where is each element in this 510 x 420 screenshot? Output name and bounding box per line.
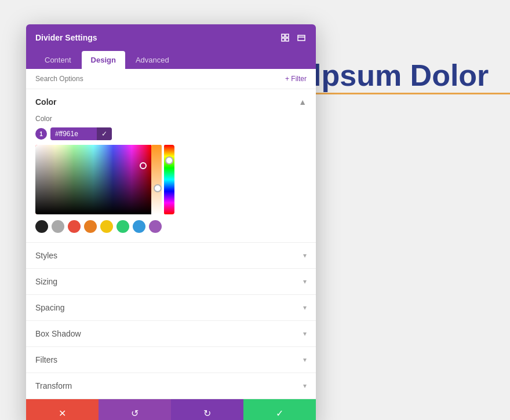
swatch-gray[interactable] [52, 220, 64, 233]
color-section-title: Color [35, 97, 57, 107]
gradient-main [35, 145, 151, 214]
styles-chevron-icon: ▾ [303, 251, 307, 260]
tab-content[interactable]: Content [35, 51, 81, 69]
tab-design[interactable]: Design [82, 51, 125, 69]
color-section-content: Color 1 ✓ [26, 115, 316, 242]
color-gradient-canvas[interactable] [35, 145, 174, 214]
search-input[interactable] [35, 75, 285, 83]
modal-footer: ✕ ↺ ↻ ✓ [26, 399, 316, 420]
sizing-section: Sizing ▾ [26, 269, 316, 295]
color-crosshair[interactable] [140, 162, 147, 169]
svg-rect-4 [298, 35, 305, 41]
hex-confirm-button[interactable]: ✓ [97, 127, 112, 140]
filters-section-header[interactable]: Filters ▾ [26, 347, 316, 372]
transform-chevron-icon: ▾ [303, 382, 307, 390]
swatch-red[interactable] [68, 220, 81, 233]
divider-settings-modal: Divider Settings Content Design Advanc [26, 24, 316, 420]
box-shadow-section-title: Box Shadow [35, 329, 81, 338]
color-field-label: Color [35, 115, 307, 123]
color-swatch-row [35, 220, 307, 233]
swatch-black[interactable] [35, 220, 48, 233]
header-icons [280, 32, 307, 43]
tab-advanced[interactable]: Advanced [126, 51, 178, 69]
box-shadow-section: Box Shadow ▾ [26, 321, 316, 347]
modal-title: Divider Settings [35, 33, 97, 42]
hex-input[interactable] [50, 127, 97, 140]
undo-button[interactable]: ↺ [99, 399, 171, 420]
sizing-chevron-icon: ▾ [303, 277, 307, 286]
tabs-bar: Content Design Advanced [26, 51, 316, 69]
sizing-section-title: Sizing [35, 277, 57, 286]
color-hex-row: 1 ✓ [35, 127, 307, 140]
filters-section-title: Filters [35, 355, 57, 364]
page-title: lpsum Dolor [313, 58, 489, 93]
svg-rect-0 [282, 34, 285, 37]
gradient-hue-strip [164, 145, 174, 214]
styles-section: Styles ▾ [26, 243, 316, 269]
swatch-orange[interactable] [84, 220, 97, 233]
styles-section-title: Styles [35, 251, 57, 260]
save-button[interactable]: ✓ [243, 399, 316, 420]
search-bar: + Filter [26, 69, 316, 89]
color-badge: 1 [35, 128, 47, 140]
spacing-section-header[interactable]: Spacing ▾ [26, 295, 316, 320]
transform-section-header[interactable]: Transform ▾ [26, 373, 316, 399]
expand-icon[interactable] [296, 32, 307, 43]
box-shadow-chevron-icon: ▾ [303, 330, 307, 338]
svg-rect-2 [282, 38, 285, 41]
filters-chevron-icon: ▾ [303, 356, 307, 364]
color-section: Color ▲ Color 1 ✓ [26, 89, 316, 243]
styles-section-header[interactable]: Styles ▾ [26, 243, 316, 268]
hex-input-wrapper: ✓ [50, 127, 112, 140]
swatch-green[interactable] [116, 220, 129, 233]
decorative-line [313, 93, 510, 94]
transform-section-title: Transform [35, 381, 72, 390]
swatch-yellow[interactable] [100, 220, 113, 233]
swatch-purple[interactable] [149, 220, 162, 233]
gradient-alpha-strip [151, 145, 162, 214]
svg-rect-3 [286, 38, 289, 41]
spacing-section-title: Spacing [35, 303, 65, 312]
box-shadow-section-header[interactable]: Box Shadow ▾ [26, 321, 316, 346]
transform-section: Transform ▾ [26, 373, 316, 399]
hue-thumb[interactable] [165, 156, 173, 165]
cancel-button[interactable]: ✕ [26, 399, 99, 420]
spacing-chevron-icon: ▾ [303, 304, 307, 312]
redo-button[interactable]: ↻ [171, 399, 243, 420]
color-section-toggle-icon: ▲ [298, 97, 307, 107]
color-section-header[interactable]: Color ▲ [26, 89, 316, 115]
spacing-section: Spacing ▾ [26, 295, 316, 321]
resize-icon[interactable] [280, 32, 290, 43]
swatch-blue[interactable] [133, 220, 145, 233]
filters-section: Filters ▾ [26, 347, 316, 373]
modal-body: Color ▲ Color 1 ✓ [26, 89, 316, 399]
modal-header: Divider Settings [26, 24, 316, 51]
filter-button[interactable]: + Filter [285, 75, 307, 83]
alpha-thumb[interactable] [154, 184, 162, 192]
svg-rect-1 [286, 34, 289, 37]
sizing-section-header[interactable]: Sizing ▾ [26, 269, 316, 294]
